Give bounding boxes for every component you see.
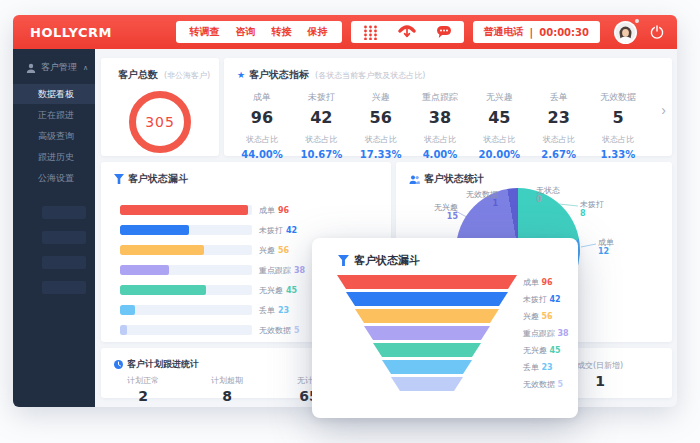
chevron-up-icon: ∧	[83, 64, 88, 72]
metric-col: 重点跟踪38 状态占比4.00%	[418, 91, 462, 160]
popup-title: 客户状态漏斗	[354, 253, 420, 268]
funnel-label: 未拨打 42	[523, 292, 569, 309]
clock-icon	[114, 360, 123, 369]
consult-button[interactable]: 咨询	[228, 25, 264, 39]
funnel-slice	[364, 326, 490, 340]
dialpad-icon[interactable]	[363, 25, 378, 40]
funnel-label: 重点跟踪 38	[523, 326, 569, 343]
funnel-bar-row: 成单 96	[120, 200, 381, 220]
skeleton-item	[42, 256, 86, 269]
sidebar-section-customer-mgmt[interactable]: 客户管理 ∧	[13, 49, 95, 84]
app-logo: HOLLYCRM	[30, 25, 112, 40]
funnel-icon	[114, 174, 124, 184]
funnel-slice	[373, 343, 481, 357]
funnel-card-title: 客户状态漏斗	[128, 172, 188, 186]
pie-label: 成单 12	[598, 238, 614, 256]
funnel-label: 无效数据 5	[523, 377, 569, 394]
sidebar-skeleton-list	[13, 206, 95, 294]
metric-col: 成单96 状态占比44.00%	[240, 91, 284, 160]
funnel-popup: 客户状态漏斗 成单 96 未拨打 42 兴趣 56	[312, 238, 578, 418]
metric-col: 未拨打42 状态占比10.67%	[299, 91, 343, 160]
pie-label: 无效数据 1	[466, 190, 498, 208]
total-customers-donut: 305	[129, 91, 191, 153]
people-icon	[409, 175, 420, 184]
metric-col: 无效数据5 状态占比1.33%	[596, 91, 640, 160]
call-status-separator: |	[530, 27, 534, 38]
avatar-badge	[635, 19, 639, 23]
metrics-card-title: 客户状态指标	[249, 68, 309, 82]
funnel-label-list: 成单 96 未拨打 42 兴趣 56 重点跟踪 38 无兴趣 45 丢单 23	[523, 275, 569, 394]
sidebar: 客户管理 ∧ 数据看板 正在跟进 高级查询 跟进历史 公海设置	[13, 49, 95, 407]
call-type-label: 普通电话	[484, 25, 524, 39]
pie-label: 未拨打 8	[580, 200, 604, 218]
funnel-icon	[338, 255, 349, 266]
pie-card-title: 客户状态统计	[424, 172, 484, 186]
funnel-label: 无兴趣 45	[523, 343, 569, 360]
chevron-right-icon[interactable]: ›	[661, 102, 666, 118]
funnel-label: 成单 96	[523, 275, 569, 292]
pie-label: 无状态 0	[536, 186, 560, 204]
metrics-card-subtitle: (各状态当前客户数及状态占比)	[315, 70, 425, 81]
sidebar-section-label: 客户管理	[41, 61, 77, 74]
transfer-survey-button[interactable]: 转调查	[182, 25, 228, 39]
metric-columns: 成单96 状态占比44.00% 未拨打42 状态占比10.67% 兴趣56 状态…	[224, 82, 672, 160]
funnel-label: 兴趣 56	[523, 309, 569, 326]
metric-col: 无兴趣45 状态占比20.00%	[477, 91, 521, 160]
sidebar-item-dashboard[interactable]: 数据看板	[13, 84, 95, 104]
funnel-slice	[337, 275, 517, 289]
sidebar-item-following[interactable]: 正在跟进	[13, 105, 95, 125]
hold-button[interactable]: 保持	[300, 25, 336, 39]
metric-col: 兴趣56 状态占比17.33%	[359, 91, 403, 160]
hangup-phone-icon[interactable]	[398, 24, 416, 40]
funnel-bar-row: 未拨打 42	[120, 220, 381, 240]
plan-col: 计划正常 2	[115, 375, 171, 404]
star-icon: ★	[237, 71, 245, 80]
skeleton-item	[42, 206, 86, 219]
sidebar-item-follow-history[interactable]: 跟进历史	[13, 147, 95, 167]
plan-card-title: 客户计划跟进统计	[127, 358, 199, 371]
pie-label: 无兴趣 15	[434, 203, 458, 221]
call-status: 普通电话 | 00:00:30	[473, 21, 600, 43]
call-tool-group	[351, 21, 464, 43]
chat-bubble-icon[interactable]	[436, 25, 452, 40]
sidebar-item-advanced-query[interactable]: 高级查询	[13, 126, 95, 146]
avatar[interactable]	[614, 21, 637, 44]
transfer-button[interactable]: 转接	[264, 25, 300, 39]
skeleton-item	[42, 281, 86, 294]
sidebar-item-pool-settings[interactable]: 公海设置	[13, 168, 95, 188]
call-timer: 00:00:30	[539, 27, 589, 38]
total-card-title: 客户总数	[118, 68, 158, 82]
total-customers-value: 305	[145, 114, 175, 130]
page: HOLLYCRM 转调查 咨询 转接 保持	[0, 0, 700, 443]
sidebar-nav: 数据看板 正在跟进 高级查询 跟进历史 公海设置	[13, 84, 95, 188]
funnel-label: 丢单 23	[523, 360, 569, 377]
user-icon	[26, 63, 36, 73]
power-icon[interactable]	[650, 25, 664, 39]
status-metrics-card: ★ 客户状态指标 (各状态当前客户数及状态占比) 成单96 状态占比44.00%…	[224, 58, 672, 156]
call-action-group: 转调查 咨询 转接 保持	[176, 21, 342, 43]
funnel-slice	[346, 292, 508, 306]
total-card-subtitle: (非公海客户)	[164, 70, 210, 81]
funnel-slice	[355, 309, 499, 323]
skeleton-item	[42, 231, 86, 244]
funnel-slice	[382, 360, 472, 374]
top-bar: HOLLYCRM 转调查 咨询 转接 保持	[13, 15, 677, 49]
plan-col: 计划超期 8	[199, 375, 255, 404]
funnel-chart	[337, 275, 517, 394]
total-customers-card: 客户总数 (非公海客户) 305	[101, 58, 219, 156]
funnel-slice	[391, 377, 463, 391]
metric-col: 丢单23 状态占比2.67%	[537, 91, 581, 160]
